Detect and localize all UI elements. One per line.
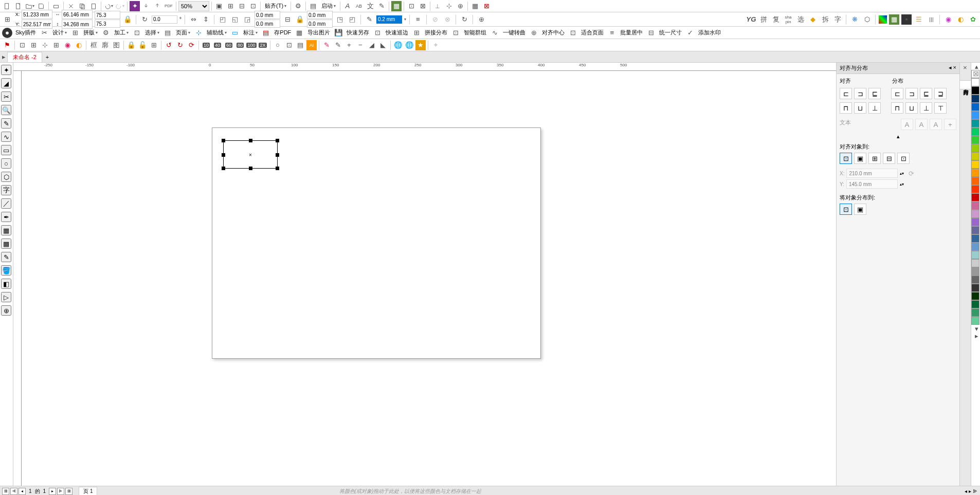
corner-lock2-icon[interactable]: 🔒 <box>295 14 305 25</box>
selected-object[interactable]: × <box>223 140 278 169</box>
sky-plugin-btn[interactable]: Sky插件 <box>13 28 38 38</box>
ex2-icon[interactable]: ⊞ <box>28 40 39 50</box>
text-tool[interactable]: 字 <box>1 185 11 195</box>
color-swatch[interactable] <box>971 136 979 144</box>
pencil-icon[interactable]: ✎ <box>321 40 332 50</box>
process-btn[interactable]: 加工▾ <box>112 28 131 38</box>
polygon-tool[interactable]: ⬡ <box>1 172 11 182</box>
bezier-tool[interactable]: ∿ <box>1 132 11 142</box>
align-top-btn[interactable]: ⊓ <box>840 102 852 114</box>
distribute-icon[interactable]: ⊞ <box>411 28 422 38</box>
pdf-save-icon[interactable]: ▤ <box>261 28 271 38</box>
measure-icon[interactable]: ✎ <box>376 1 387 11</box>
rot1-icon[interactable]: ↺ <box>164 40 174 50</box>
plus-icon[interactable]: + <box>344 40 354 50</box>
link2-icon[interactable]: ⊗ <box>442 14 452 25</box>
align-y-input[interactable] <box>846 179 898 189</box>
layout-btn[interactable]: 拼版▾ <box>81 28 100 38</box>
process-icon[interactable]: ⚙ <box>101 28 111 38</box>
fit-page-btn[interactable]: 适合页面 <box>579 28 606 38</box>
ex10-icon[interactable]: ✦ <box>430 40 441 50</box>
app-icon[interactable]: ▤ <box>308 1 318 11</box>
calendar-icon[interactable]: ▦ <box>391 1 402 11</box>
minus-icon[interactable]: − <box>355 40 366 50</box>
align-dist-tab[interactable]: 对齐与分布 <box>960 81 971 89</box>
corner5-icon[interactable]: ◰ <box>347 14 357 25</box>
close-icon[interactable]: ⊠ <box>481 1 492 11</box>
export-img-btn[interactable]: 导出图片 <box>305 28 332 38</box>
color-btn[interactable]: ◆ <box>808 14 818 25</box>
color-swatch[interactable] <box>971 292 979 300</box>
color-swatch[interactable] <box>971 284 979 292</box>
ex3-icon[interactable]: ⊹ <box>40 40 50 50</box>
text-a-icon[interactable]: A <box>342 1 353 11</box>
outline-icon[interactable]: ✎ <box>364 14 374 25</box>
align-center-h-btn[interactable]: ⊐ <box>854 88 866 99</box>
align-to-selection-btn[interactable]: ⊡ <box>840 153 852 164</box>
num-100-btn[interactable]: 100 <box>246 40 257 50</box>
page-prev-btn[interactable]: ◂ <box>19 488 26 495</box>
align-to-page-btn[interactable]: ▣ <box>854 153 866 164</box>
zoom-select[interactable]: 50% <box>178 1 209 11</box>
panel-close-icon[interactable]: ◂ × <box>949 64 956 72</box>
lock-icon[interactable]: 🔒 <box>126 40 136 50</box>
barcode-icon[interactable]: ⫼ <box>926 14 936 25</box>
arrow-tool[interactable]: ▷ <box>1 292 11 302</box>
design-icon[interactable]: ✂ <box>39 28 49 38</box>
pick-tool[interactable]: ✦ <box>1 65 11 75</box>
color-swatch[interactable] <box>971 300 979 308</box>
color-swatch[interactable] <box>971 160 979 169</box>
batch-center-icon[interactable]: ≡ <box>607 28 617 38</box>
color-swatch[interactable] <box>971 95 979 103</box>
batch-center-btn[interactable]: 批量居中 <box>618 28 645 38</box>
xuan-btn[interactable]: 选 <box>795 14 806 25</box>
pattern2-icon[interactable]: ⬡ <box>862 14 872 25</box>
doc-tab[interactable]: 未命名 -2 <box>7 52 42 62</box>
star-icon[interactable]: ★ <box>415 40 426 50</box>
color-swatch[interactable] <box>971 259 979 267</box>
convert-curve-btn[interactable]: 一键转曲 <box>501 28 528 38</box>
page-next2-btn[interactable]: ⫸ <box>57 488 64 495</box>
smart-group-btn[interactable]: 智能群组 <box>462 28 488 38</box>
eraser-icon[interactable]: ✎ <box>333 40 343 50</box>
quick-save-btn[interactable]: 快速另存 <box>344 28 371 38</box>
dist-bottom-btn[interactable]: ⊤ <box>934 102 947 114</box>
freehand-tool[interactable]: ✎ <box>1 118 11 129</box>
color-swatch[interactable] <box>971 177 979 185</box>
node1-icon[interactable]: ⟂ <box>432 1 443 11</box>
page-last-btn[interactable]: ⊞ <box>65 488 72 495</box>
crop2-icon[interactable]: ⊠ <box>418 1 428 11</box>
align-lock-icon[interactable]: ⟳ <box>906 168 916 178</box>
rotate-icon[interactable]: ↻ <box>139 14 150 25</box>
color-swatch[interactable] <box>971 251 979 259</box>
fu-btn[interactable]: 复 <box>771 14 781 25</box>
erase3-icon[interactable]: ◣ <box>378 40 388 50</box>
color2-icon[interactable]: ▦ <box>889 14 899 25</box>
new-file-icon[interactable] <box>2 1 12 11</box>
num-10-btn[interactable]: 10 <box>201 40 211 50</box>
color-swatch[interactable] <box>971 226 979 234</box>
guide-icon[interactable]: ⊹ <box>193 28 204 38</box>
color-swatch[interactable] <box>971 86 979 95</box>
corner1b-input[interactable] <box>255 20 280 28</box>
rotation-input[interactable] <box>152 15 177 24</box>
list-icon[interactable]: ☰ <box>914 14 924 25</box>
fx2-icon[interactable]: ◐ <box>955 14 966 25</box>
align-center-v-btn[interactable]: ⊔ <box>854 102 866 114</box>
select-icon[interactable]: ⊡ <box>132 28 142 38</box>
watermark-btn[interactable]: 添加水印 <box>696 28 723 38</box>
quick-scan-btn[interactable]: 快速巡边 <box>384 28 410 38</box>
align-to-edge-btn[interactable]: ⊞ <box>868 153 881 164</box>
color1-icon[interactable] <box>879 15 887 24</box>
zoom-tool[interactable]: 🔍 <box>1 105 11 115</box>
frame3-icon[interactable]: 图 <box>111 40 121 50</box>
xy-icon[interactable]: ⊞ <box>2 14 12 25</box>
pen-tool[interactable]: ✒ <box>1 212 11 222</box>
ruler-icon[interactable]: ⊡ <box>248 1 258 11</box>
corner3-icon[interactable]: ◲ <box>242 14 252 25</box>
align-x-input[interactable] <box>846 169 898 178</box>
width-input[interactable] <box>62 10 93 19</box>
crop-tool[interactable]: ✂ <box>1 91 11 102</box>
corner2b-input[interactable] <box>307 20 333 28</box>
eyedrop-tool[interactable]: ✎ <box>1 252 11 262</box>
